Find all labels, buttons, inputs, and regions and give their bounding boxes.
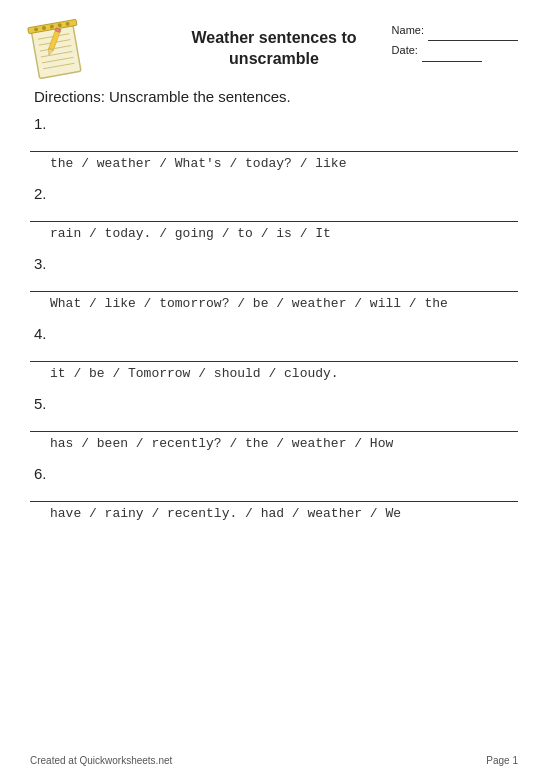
answer-line-2 <box>30 204 518 222</box>
question-number-2: 2. <box>34 185 518 202</box>
question-item-1: 1. the / weather / What's / today? / lik… <box>30 115 518 171</box>
question-number-1: 1. <box>34 115 518 132</box>
notebook-icon <box>30 20 90 85</box>
page: Weather sentences to unscramble Name: Da… <box>0 0 548 776</box>
question-number-4: 4. <box>34 325 518 342</box>
name-date-block: Name: Date: <box>392 20 518 62</box>
date-label: Date: <box>392 41 418 61</box>
answer-line-4 <box>30 344 518 362</box>
word-scramble-4: it / be / Tomorrow / should / cloudy. <box>50 366 518 381</box>
answer-line-5 <box>30 414 518 432</box>
footer: Created at Quickworksheets.net Page 1 <box>30 755 518 766</box>
title-line1: Weather sentences to <box>191 28 356 49</box>
title-line2: unscramble <box>191 49 356 70</box>
name-field-line: Name: <box>392 20 518 41</box>
question-item-3: 3. What / like / tomorrow? / be / weathe… <box>30 255 518 311</box>
footer-right: Page 1 <box>486 755 518 766</box>
name-underline <box>428 20 518 41</box>
date-field-line: Date: <box>392 41 518 62</box>
directions: Directions: Unscramble the sentences. <box>34 88 518 105</box>
word-scramble-5: has / been / recently? / the / weather /… <box>50 436 518 451</box>
footer-left: Created at Quickworksheets.net <box>30 755 172 766</box>
questions-list: 1. the / weather / What's / today? / lik… <box>30 115 518 521</box>
question-number-5: 5. <box>34 395 518 412</box>
answer-line-1 <box>30 134 518 152</box>
word-scramble-2: rain / today. / going / to / is / It <box>50 226 518 241</box>
question-item-6: 6. have / rainy / recently. / had / weat… <box>30 465 518 521</box>
header: Weather sentences to unscramble Name: Da… <box>30 20 518 70</box>
word-scramble-6: have / rainy / recently. / had / weather… <box>50 506 518 521</box>
answer-line-3 <box>30 274 518 292</box>
question-item-5: 5. has / been / recently? / the / weathe… <box>30 395 518 451</box>
name-label: Name: <box>392 21 424 41</box>
word-scramble-3: What / like / tomorrow? / be / weather /… <box>50 296 518 311</box>
answer-line-6 <box>30 484 518 502</box>
question-item-2: 2. rain / today. / going / to / is / It <box>30 185 518 241</box>
question-item-4: 4. it / be / Tomorrow / should / cloudy. <box>30 325 518 381</box>
title-block: Weather sentences to unscramble <box>191 28 356 70</box>
word-scramble-1: the / weather / What's / today? / like <box>50 156 518 171</box>
date-underline <box>422 41 482 62</box>
question-number-3: 3. <box>34 255 518 272</box>
question-number-6: 6. <box>34 465 518 482</box>
